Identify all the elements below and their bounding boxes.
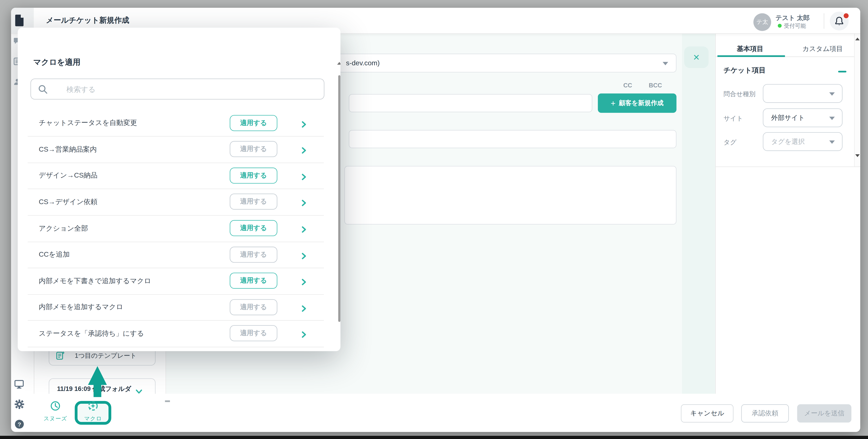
panel-scroll-divider (715, 167, 860, 167)
tag-placeholder: タグを選択 (764, 137, 805, 146)
chevron-right-icon[interactable] (301, 304, 307, 311)
close-column (682, 33, 715, 394)
avatar[interactable]: テ太 (753, 13, 771, 31)
help-icon[interactable]: ? (15, 420, 24, 429)
chevron-right-icon[interactable] (301, 199, 307, 205)
macro-list-item: ステータスを「承認待ち」にする 適用する (18, 320, 340, 347)
search-input[interactable]: 検索する (30, 78, 324, 99)
chevron-right-icon[interactable] (301, 278, 307, 284)
chevron-right-icon[interactable] (301, 120, 307, 126)
bell-icon (835, 16, 844, 26)
apply-button[interactable]: 適用する (230, 273, 277, 289)
app-window: ? ✕ s-dev.com) CC BCC + 顧客を新規作成 (11, 8, 860, 432)
close-icon[interactable]: ✕ (684, 46, 709, 68)
chevron-down-icon (829, 117, 835, 120)
macro-name: CCを追加 (39, 241, 70, 268)
macro-list-item: 内部メモを追加するマクロ 適用する (18, 294, 340, 320)
subject-input[interactable] (349, 130, 677, 148)
chevron-right-icon[interactable] (301, 331, 307, 337)
row-divider (28, 241, 324, 242)
macro-list-item: 内部メモを下書きで追加するマクロ 適用する (18, 268, 340, 295)
macro-list-item: アクション全部 適用する (18, 215, 340, 242)
macro-button[interactable]: マクロ (80, 415, 106, 423)
gear-icon[interactable] (14, 399, 24, 409)
modal-scroll-up-icon[interactable] (337, 62, 340, 65)
macro-name: デザイン→CS納品 (39, 162, 98, 189)
notification-red-dot (843, 13, 849, 19)
macro-list-item: CCを追加 適用する (18, 241, 340, 268)
cancel-button[interactable]: キャンセル (681, 404, 734, 423)
macro-name: ダイナミックプレースホルダーのテンプレを挿入 (39, 347, 194, 351)
status-dot (778, 24, 782, 28)
chevron-right-icon[interactable] (301, 146, 307, 153)
approval-request-button[interactable]: 承認依頼 (741, 404, 789, 423)
chevron-right-icon[interactable] (301, 251, 307, 258)
plus-icon: + (611, 98, 616, 108)
topbar-divider (824, 13, 824, 29)
site-value: 外部サイト (764, 113, 805, 123)
body-textarea[interactable] (344, 166, 677, 225)
macro-list-item: CS→デザイン依頼 適用する (18, 189, 340, 215)
chevron-down-icon (662, 62, 668, 65)
apply-button[interactable]: 適用する (230, 246, 277, 263)
modal-scrollbar-thumb[interactable] (338, 75, 340, 322)
snooze-clock-icon[interactable] (51, 401, 60, 411)
macro-list-item: CS→営業納品案内 適用する (18, 136, 340, 163)
chevron-right-icon[interactable] (301, 172, 307, 179)
search-placeholder: 検索する (66, 79, 95, 100)
apply-button[interactable]: 適用する (230, 299, 277, 315)
macro-list-item: デザイン→CS納品 適用する (18, 162, 340, 189)
field-label: サイト (723, 114, 743, 123)
field-label: 問合せ種別 (723, 90, 755, 98)
bcc-toggle[interactable]: BCC (649, 82, 662, 89)
apply-button[interactable]: 適用する (230, 194, 277, 210)
new-ticket-file-icon[interactable] (15, 14, 24, 27)
search-icon (38, 85, 48, 94)
send-mail-button[interactable]: メールを送信 (797, 404, 851, 423)
snooze-button[interactable]: スヌーズ (42, 415, 69, 423)
macro-name: チャットステータスを自動変更 (39, 110, 137, 136)
inquiry-type-select[interactable] (763, 84, 843, 103)
apply-button[interactable]: 適用する (230, 167, 277, 183)
user-status: 受付可能 (784, 22, 806, 30)
tag-select[interactable]: タグを選択 (763, 132, 843, 151)
arrow-annotation (84, 365, 112, 399)
site-select[interactable]: 外部サイト (763, 108, 843, 127)
apply-macro-modal: マクロを適用 検索する チャットステータスを自動変更 適用する CS→営業納品案… (18, 28, 340, 351)
tab-basic-fields[interactable]: 基本項目 (715, 41, 785, 57)
panel-scrollbar[interactable] (854, 33, 860, 167)
scroll-up-icon[interactable] (855, 38, 860, 40)
apply-button[interactable]: 適用する (230, 141, 277, 157)
user-name[interactable]: テスト 太郎 (776, 14, 810, 22)
to-input[interactable] (349, 94, 592, 112)
collapse-minus-icon[interactable] (838, 71, 846, 72)
apply-button[interactable]: 適用する (230, 220, 277, 236)
macro-icon[interactable] (88, 400, 98, 411)
chevron-down-icon (829, 93, 835, 96)
screen-bottom-bar (0, 436, 868, 439)
resize-dash (165, 400, 170, 402)
chevron-down-icon (829, 140, 835, 144)
cc-toggle[interactable]: CC (623, 82, 632, 89)
modal-title: マクロを適用 (33, 58, 80, 67)
macro-list-item: チャットステータスを自動変更 適用する (18, 110, 340, 136)
macro-name: 内部メモを追加するマクロ (39, 294, 123, 320)
bottom-toolbar (34, 394, 860, 432)
create-customer-button[interactable]: + 顧客を新規作成 (598, 93, 677, 113)
ticket-section-title: チケット項目 (723, 66, 766, 75)
active-tab-underline (717, 55, 785, 57)
tab-custom-fields[interactable]: カスタム項目 (785, 41, 860, 57)
monitor-icon[interactable] (14, 380, 24, 389)
macro-name: CS→デザイン依頼 (39, 189, 98, 215)
chevron-right-icon[interactable] (301, 225, 307, 232)
macro-list-item: ダイナミックプレースホルダーのテンプレを挿入 適用する (18, 347, 340, 351)
field-label: タグ (723, 138, 737, 146)
apply-button[interactable]: 適用する (230, 326, 277, 341)
from-select-value: s-dev.com) (338, 54, 676, 72)
from-select[interactable]: s-dev.com) (338, 54, 677, 72)
apply-button[interactable]: 適用する (230, 115, 277, 131)
create-customer-label: 顧客を新規作成 (619, 99, 663, 107)
macro-name: ステータスを「承認待ち」にする (39, 320, 144, 347)
screen: ? ✕ s-dev.com) CC BCC + 顧客を新規作成 (0, 0, 868, 439)
scroll-down-icon[interactable] (855, 154, 860, 157)
